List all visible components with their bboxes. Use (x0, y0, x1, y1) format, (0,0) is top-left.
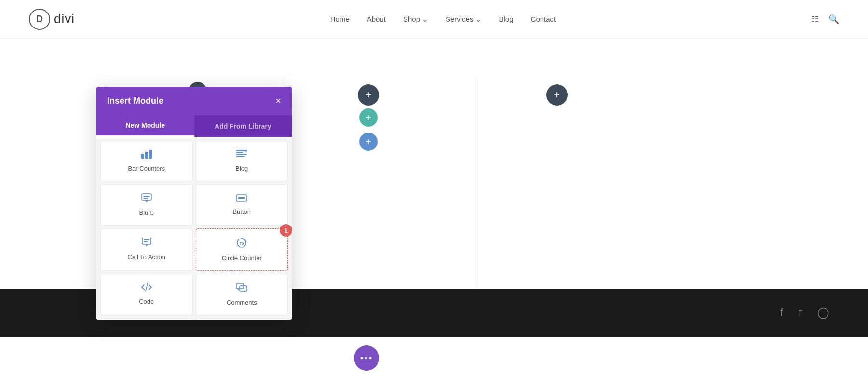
module-code[interactable]: Code (100, 274, 193, 315)
svg-rect-0 (141, 154, 144, 159)
nav-contact[interactable]: Contact (531, 15, 556, 23)
svg-rect-9 (143, 198, 148, 199)
module-button[interactable]: Button (196, 184, 288, 226)
blog-icon (236, 150, 247, 161)
module-call-to-action[interactable]: Call To Action (100, 228, 193, 271)
modal-title: Insert Module (107, 96, 163, 106)
modal-header: Insert Module × (96, 87, 292, 115)
svg-rect-13 (144, 241, 148, 242)
call-to-action-icon (141, 238, 152, 250)
svg-rect-12 (144, 239, 149, 240)
button-icon (236, 193, 247, 204)
module-comments[interactable]: Comments (196, 274, 288, 315)
cart-icon[interactable]: ☷ (811, 14, 819, 25)
svg-rect-6 (236, 156, 245, 157)
logo-text: divi (54, 12, 75, 27)
nav-services[interactable]: Services ⌄ (446, 15, 482, 24)
svg-rect-2 (149, 150, 152, 159)
instagram-icon[interactable]: ◯ (817, 306, 829, 319)
search-icon[interactable]: 🔍 (828, 14, 839, 25)
module-circle-counter[interactable]: 75 Circle Counter 1 (196, 228, 288, 271)
module-comments-label: Comments (227, 299, 257, 306)
insert-module-modal: Insert Module × New Module Add From Libr… (96, 87, 292, 320)
logo-icon: D (29, 9, 50, 30)
svg-rect-4 (236, 152, 243, 153)
module-bar-counters[interactable]: Bar Counters (100, 141, 193, 181)
tab-new-module[interactable]: New Module (96, 115, 194, 137)
facebook-icon[interactable]: f (780, 306, 783, 319)
blurb-icon (141, 193, 152, 205)
module-blurb[interactable]: Blurb (100, 184, 193, 226)
nav-home[interactable]: Home (330, 15, 350, 23)
add-button-dark-2[interactable]: + (546, 84, 568, 106)
dots-menu-button[interactable]: ••• (354, 345, 379, 371)
svg-rect-1 (145, 152, 148, 159)
content-area: + + + + ↻ f 𝕣 ◯ ••• Insert Module × New … (0, 39, 868, 385)
svg-rect-7 (142, 194, 151, 200)
chevron-down-icon: ⌄ (422, 15, 428, 24)
module-call-to-action-label: Call To Action (127, 253, 165, 261)
comments-icon (236, 283, 247, 295)
svg-rect-8 (143, 196, 150, 197)
badge-circle-counter: 1 (280, 224, 292, 237)
add-button-dark-1[interactable]: + (358, 84, 379, 106)
add-button-teal[interactable]: + (359, 108, 378, 127)
code-icon (141, 283, 152, 294)
navbar: D divi Home About Shop ⌄ Services ⌄ Blog… (0, 0, 868, 39)
bar-counters-icon (141, 150, 152, 161)
nav-links: Home About Shop ⌄ Services ⌄ Blog Contac… (330, 15, 556, 24)
chevron-down-icon: ⌄ (475, 15, 482, 24)
svg-rect-11 (238, 197, 245, 199)
modal-tabs: New Module Add From Library (96, 115, 292, 137)
twitter-icon[interactable]: 𝕣 (798, 306, 803, 319)
module-circle-counter-label: Circle Counter (222, 254, 262, 262)
svg-rect-5 (236, 154, 247, 155)
nav-shop[interactable]: Shop ⌄ (403, 15, 428, 24)
module-countdown-timer[interactable]: Countdown Timer (196, 318, 288, 320)
module-blog[interactable]: Blog (196, 141, 288, 181)
logo[interactable]: D divi (29, 9, 75, 30)
svg-text:75: 75 (240, 241, 244, 246)
module-grid: Bar Counters Blog Blurb (100, 141, 288, 320)
module-blurb-label: Blurb (139, 209, 154, 216)
module-bar-counters-label: Bar Counters (128, 165, 165, 172)
module-contact-form[interactable]: Contact Form (100, 318, 193, 320)
nav-about[interactable]: About (367, 15, 386, 23)
module-code-label: Code (139, 298, 154, 305)
module-blog-label: Blog (235, 165, 248, 172)
modal-body: Bar Counters Blog Blurb (96, 137, 292, 320)
nav-icons: ☷ 🔍 (811, 14, 839, 25)
nav-blog[interactable]: Blog (499, 15, 514, 23)
tab-add-from-library[interactable]: Add From Library (194, 115, 292, 137)
add-button-blue[interactable]: + (359, 133, 378, 151)
modal-close-button[interactable]: × (275, 95, 281, 106)
circle-counter-icon: 75 (236, 238, 247, 251)
module-button-label: Button (232, 208, 251, 215)
